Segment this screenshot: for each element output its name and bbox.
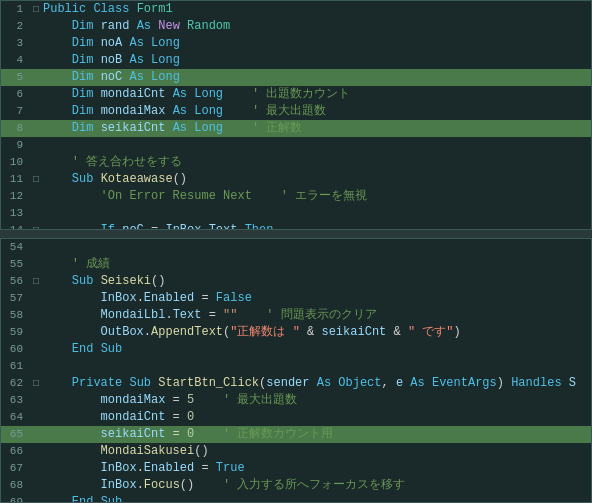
line-content: Sub Kotaeawase() (43, 171, 587, 188)
line-number: 12 (1, 188, 29, 205)
line-number: 7 (1, 103, 29, 120)
collapse-marker[interactable]: □ (29, 273, 43, 290)
line-content: Private Sub StartBtn_Click(sender As Obj… (43, 375, 587, 392)
line-content: Dim rand As New Random (43, 18, 587, 35)
code-line: 14 □ If noC = InBox.Text Then (1, 222, 591, 229)
panel-divider (0, 230, 592, 238)
line-content: ' 答え合わせをする (43, 154, 587, 171)
line-content: Dim noA As Long (43, 35, 587, 52)
code-line: 65 seikaiCnt = 0 ' 正解数カウント用 (1, 426, 591, 443)
editor-container: 1 □ Public Class Form1 2 Dim rand As New… (0, 0, 592, 503)
code-line: 7 Dim mondaiMax As Long ' 最大出題数 (1, 103, 591, 120)
bottom-panel: 54 55 ' 成績 56 □ Sub Seiseki() 57 (0, 238, 592, 503)
line-number: 2 (1, 18, 29, 35)
line-number: 60 (1, 341, 29, 358)
code-line: 63 mondaiMax = 5 ' 最大出題数 (1, 392, 591, 409)
line-number: 6 (1, 86, 29, 103)
line-content: End Sub (43, 341, 587, 358)
line-number: 64 (1, 409, 29, 426)
line-number: 14 (1, 222, 29, 229)
code-line: 60 End Sub (1, 341, 591, 358)
code-line: 13 (1, 205, 591, 222)
code-line: 11 □ Sub Kotaeawase() (1, 171, 591, 188)
line-content: If noC = InBox.Text Then (43, 222, 587, 229)
code-line: 1 □ Public Class Form1 (1, 1, 591, 18)
code-line: 59 OutBox.AppendText("正解数は " & seikaiCnt… (1, 324, 591, 341)
line-content: Dim noB As Long (43, 52, 587, 69)
line-content: InBox.Enabled = False (43, 290, 587, 307)
collapse-marker[interactable]: □ (29, 222, 43, 229)
line-number: 62 (1, 375, 29, 392)
code-line: 3 Dim noA As Long (1, 35, 591, 52)
line-content: Public Class Form1 (43, 1, 587, 18)
line-content: Dim mondaiCnt As Long ' 出題数カウント (43, 86, 587, 103)
line-number: 56 (1, 273, 29, 290)
code-line: 57 InBox.Enabled = False (1, 290, 591, 307)
line-content: Dim noC As Long (43, 69, 587, 86)
top-panel: 1 □ Public Class Form1 2 Dim rand As New… (0, 0, 592, 230)
line-number: 10 (1, 154, 29, 171)
code-line: 54 (1, 239, 591, 256)
line-content: InBox.Focus() ' 入力する所へフォーカスを移す (43, 477, 587, 494)
code-line: 5 Dim noC As Long (1, 69, 591, 86)
line-content: InBox.Enabled = True (43, 460, 587, 477)
line-number: 4 (1, 52, 29, 69)
line-content: MondaiSakusei() (43, 443, 587, 460)
line-number: 66 (1, 443, 29, 460)
code-line: 58 MondaiLbl.Text = "" ' 問題表示のクリア (1, 307, 591, 324)
code-line: 9 (1, 137, 591, 154)
line-content: 'On Error Resume Next ' エラーを無視 (43, 188, 587, 205)
line-content: OutBox.AppendText("正解数は " & seikaiCnt & … (43, 324, 587, 341)
code-line: 61 (1, 358, 591, 375)
collapse-marker[interactable]: □ (29, 171, 43, 188)
line-content: ' 成績 (43, 256, 587, 273)
line-number: 13 (1, 205, 29, 222)
code-line: 69 End Sub (1, 494, 591, 502)
code-line: 66 MondaiSakusei() (1, 443, 591, 460)
line-number: 57 (1, 290, 29, 307)
collapse-marker[interactable]: □ (29, 1, 43, 18)
line-number: 11 (1, 171, 29, 188)
line-number: 3 (1, 35, 29, 52)
line-number: 68 (1, 477, 29, 494)
line-number: 61 (1, 358, 29, 375)
code-line: 4 Dim noB As Long (1, 52, 591, 69)
code-line: 55 ' 成績 (1, 256, 591, 273)
line-content: mondaiMax = 5 ' 最大出題数 (43, 392, 587, 409)
line-number: 9 (1, 137, 29, 154)
line-number: 8 (1, 120, 29, 137)
top-code-area: 1 □ Public Class Form1 2 Dim rand As New… (1, 1, 591, 229)
line-number: 63 (1, 392, 29, 409)
line-number: 59 (1, 324, 29, 341)
code-line: 68 InBox.Focus() ' 入力する所へフォーカスを移す (1, 477, 591, 494)
code-line: 6 Dim mondaiCnt As Long ' 出題数カウント (1, 86, 591, 103)
line-number: 65 (1, 426, 29, 443)
line-number: 1 (1, 1, 29, 18)
code-line: 8 Dim seikaiCnt As Long ' 正解数 (1, 120, 591, 137)
line-content: Dim seikaiCnt As Long ' 正解数 (43, 120, 587, 137)
code-line: 2 Dim rand As New Random (1, 18, 591, 35)
bottom-code-area: 54 55 ' 成績 56 □ Sub Seiseki() 57 (1, 239, 591, 502)
code-line: 10 ' 答え合わせをする (1, 154, 591, 171)
line-content: End Sub (43, 494, 587, 502)
code-line: 67 InBox.Enabled = True (1, 460, 591, 477)
line-number: 54 (1, 239, 29, 256)
code-line: 64 mondaiCnt = 0 (1, 409, 591, 426)
collapse-marker[interactable]: □ (29, 375, 43, 392)
line-content: MondaiLbl.Text = "" ' 問題表示のクリア (43, 307, 587, 324)
line-number: 55 (1, 256, 29, 273)
code-line: 12 'On Error Resume Next ' エラーを無視 (1, 188, 591, 205)
line-content: Sub Seiseki() (43, 273, 587, 290)
line-content: mondaiCnt = 0 (43, 409, 587, 426)
line-number: 5 (1, 69, 29, 86)
code-line: 62 □ Private Sub StartBtn_Click(sender A… (1, 375, 591, 392)
line-number: 67 (1, 460, 29, 477)
code-line: 56 □ Sub Seiseki() (1, 273, 591, 290)
line-content: seikaiCnt = 0 ' 正解数カウント用 (43, 426, 587, 443)
line-number: 58 (1, 307, 29, 324)
line-number: 69 (1, 494, 29, 502)
line-content: Dim mondaiMax As Long ' 最大出題数 (43, 103, 587, 120)
